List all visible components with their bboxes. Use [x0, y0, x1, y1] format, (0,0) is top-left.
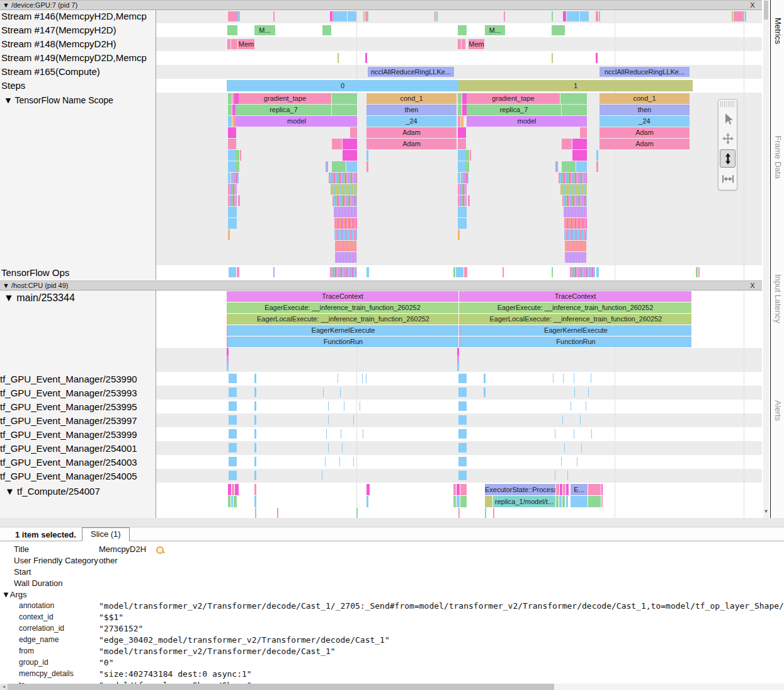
trace-event[interactable] — [554, 150, 572, 161]
trace-event[interactable] — [232, 484, 234, 495]
trace-event[interactable] — [254, 388, 256, 397]
trace-event[interactable]: TraceContext — [227, 291, 458, 302]
trace-event[interactable] — [458, 93, 462, 104]
trace-event[interactable]: Adam — [599, 139, 690, 149]
trace-event[interactable]: ExecutorState::Process — [485, 484, 555, 495]
trace-event[interactable] — [229, 267, 236, 277]
drag-handle-icon[interactable] — [720, 101, 735, 107]
trace-event[interactable]: Mem — [469, 39, 484, 49]
trace-event[interactable] — [484, 388, 486, 397]
row-label[interactable]: ▼ TensorFlow Name Scope — [4, 95, 113, 105]
trace-event[interactable] — [234, 496, 237, 507]
process-header-gpu[interactable]: ▼ /device:GPU:7 (pid 7) X — [0, 0, 762, 10]
trace-event[interactable] — [456, 267, 463, 277]
trace-event[interactable] — [562, 415, 563, 425]
trace-event[interactable] — [453, 484, 456, 495]
trace-event[interactable] — [229, 443, 237, 452]
trace-event[interactable] — [485, 496, 492, 507]
trace-event[interactable] — [229, 415, 237, 425]
trace-event[interactable] — [338, 53, 339, 63]
trace-event[interactable] — [555, 429, 555, 439]
trace-event[interactable] — [458, 508, 460, 518]
trace-event[interactable]: EagerKernelExecute — [460, 325, 691, 336]
trace-event[interactable]: _24 — [599, 116, 690, 127]
trace-event[interactable] — [484, 374, 486, 383]
trace-event[interactable] — [572, 150, 587, 161]
trace-event[interactable] — [562, 139, 572, 149]
trace-event[interactable] — [325, 457, 326, 466]
trace-event[interactable] — [457, 363, 459, 371]
trace-event[interactable] — [334, 229, 357, 240]
trace-event[interactable]: replica_7 — [236, 105, 331, 115]
trace-event[interactable] — [470, 150, 471, 161]
trace-event[interactable] — [562, 127, 579, 138]
trace-event[interactable] — [236, 150, 239, 161]
trace-event[interactable]: EagerExecute: __inference_train_function… — [459, 302, 691, 313]
trace-event[interactable] — [564, 229, 587, 240]
trace-event[interactable]: cond_1 — [366, 93, 457, 104]
vertical-scrollbar[interactable]: ▼ — [763, 0, 769, 518]
trace-event[interactable] — [580, 11, 589, 21]
trace-event[interactable] — [328, 415, 329, 425]
trace-event[interactable] — [588, 388, 589, 397]
trace-event[interactable] — [458, 150, 465, 161]
trace-event[interactable] — [574, 429, 574, 439]
trace-event[interactable] — [435, 11, 436, 21]
trace-event[interactable] — [457, 496, 460, 507]
scrollbar-thumb[interactable] — [8, 684, 554, 690]
row-label[interactable]: ▼ tf_Compute/254007 — [5, 486, 100, 497]
trace-event[interactable] — [365, 53, 367, 63]
trace-event[interactable]: ncclAllReduceRingLLKe... — [599, 67, 690, 77]
trace-event[interactable] — [228, 116, 232, 127]
trace-event[interactable] — [580, 415, 581, 425]
trace-event[interactable] — [465, 161, 469, 172]
trace-event[interactable] — [273, 267, 275, 277]
trace-event[interactable] — [254, 471, 256, 480]
trace-event[interactable] — [236, 161, 239, 172]
close-icon[interactable]: X — [748, 281, 757, 290]
trace-event[interactable] — [503, 267, 504, 277]
trace-event[interactable] — [366, 161, 368, 172]
trace-event[interactable] — [588, 484, 601, 495]
trace-event[interactable] — [457, 355, 459, 363]
trace-event[interactable] — [237, 267, 239, 277]
trace-event[interactable] — [458, 374, 467, 383]
trace-event[interactable]: replica_7 — [467, 105, 561, 115]
trace-event[interactable] — [228, 218, 237, 229]
trace-event[interactable] — [366, 267, 369, 277]
trace-event[interactable]: ncclAllReduceRingLLKe... — [368, 67, 454, 77]
trace-event[interactable] — [228, 195, 237, 206]
trace-event[interactable] — [346, 161, 357, 172]
trace-event[interactable] — [462, 39, 465, 49]
sidebar-tab-metrics[interactable]: Metrics — [773, 18, 783, 44]
trace-event[interactable] — [460, 496, 467, 507]
scrollbar-thumb[interactable] — [764, 1, 768, 20]
args-section-header[interactable]: ▼Args — [2, 590, 27, 599]
trace-event[interactable]: 0 — [227, 80, 458, 91]
trace-event[interactable] — [563, 11, 566, 21]
tab-slice[interactable]: Slice (1) — [82, 527, 130, 541]
trace-event[interactable] — [339, 457, 340, 466]
trace-event[interactable] — [596, 53, 598, 63]
trace-event[interactable] — [367, 11, 368, 21]
trace-event[interactable] — [601, 496, 603, 507]
trace-event[interactable] — [254, 429, 256, 439]
trace-event[interactable] — [574, 388, 575, 397]
trace-event[interactable] — [238, 195, 240, 206]
trace-event[interactable] — [332, 195, 357, 206]
trace-event[interactable] — [566, 496, 568, 507]
trace-event[interactable] — [254, 415, 256, 425]
trace-event[interactable] — [556, 496, 559, 507]
horizontal-scrollbar[interactable]: ◄ — [0, 684, 784, 690]
trace-event[interactable] — [453, 267, 455, 277]
trace-event[interactable] — [228, 93, 232, 104]
trace-event[interactable] — [458, 471, 467, 480]
trace-event[interactable]: EagerLocalExecute: __inference_train_fun… — [228, 314, 458, 325]
trace-event[interactable] — [228, 161, 236, 172]
trace-event[interactable] — [323, 388, 324, 397]
trace-event[interactable] — [493, 508, 494, 518]
sidebar-tab-input-latency[interactable]: Input Latency — [773, 274, 783, 323]
trace-event[interactable] — [332, 139, 342, 149]
trace-event[interactable] — [552, 53, 553, 63]
trace-event[interactable] — [366, 374, 366, 383]
